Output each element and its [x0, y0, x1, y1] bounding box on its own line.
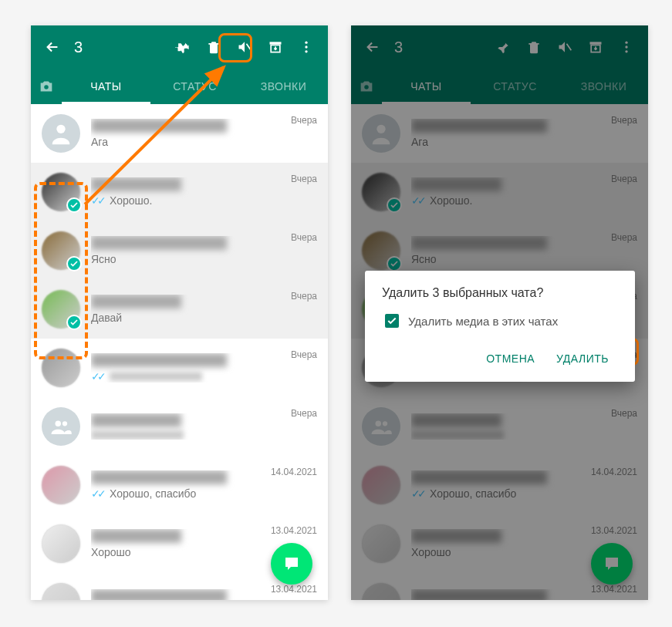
selection-header: 3 — [31, 25, 328, 69]
chat-avatar[interactable] — [42, 349, 80, 387]
svg-point-7 — [56, 421, 62, 427]
chat-content — [91, 413, 317, 440]
chat-avatar[interactable] — [42, 407, 80, 446]
chat-time: Вчера — [291, 291, 317, 302]
cancel-button[interactable]: ОТМЕНА — [477, 345, 544, 372]
chat-last-message: Ясно — [91, 253, 317, 265]
chat-list[interactable]: АгаВчера✓✓Хорошо.ВчераЯсноВчераДавайВчер… — [31, 104, 328, 600]
selected-check-icon — [66, 315, 82, 330]
chat-last-message: ✓✓Хорошо. — [91, 194, 317, 207]
chat-time: 13.04.2021 — [271, 584, 317, 595]
chat-last-message — [91, 430, 317, 440]
chat-name — [91, 295, 317, 308]
pin-icon[interactable] — [167, 32, 198, 62]
chat-content: Ага — [91, 119, 317, 148]
svg-point-3 — [305, 46, 307, 48]
tab-chats[interactable]: ЧАТЫ — [62, 69, 150, 104]
archive-icon[interactable] — [260, 32, 291, 62]
chat-name — [91, 119, 317, 133]
chat-name — [91, 177, 317, 191]
chat-name — [91, 236, 317, 250]
chat-name — [91, 413, 317, 427]
chat-row[interactable]: ДавайВчера — [31, 280, 328, 339]
read-ticks-icon: ✓✓ — [91, 194, 103, 207]
chat-last-message: Ага — [91, 136, 317, 148]
chat-time: Вчера — [291, 408, 317, 419]
chat-content: ✓✓ — [91, 353, 317, 383]
svg-point-4 — [305, 50, 307, 52]
delete-button[interactable]: УДАЛИТЬ — [547, 345, 618, 372]
chat-content: Давай — [91, 295, 317, 324]
delete-confirm-dialog: Удалить 3 выбранных чата? Удалить медиа … — [365, 271, 635, 382]
chat-content: Ясно — [91, 236, 317, 265]
delete-icon[interactable] — [198, 32, 229, 62]
phone-screenshot-right: 3 ЧАТЫ СТАТУС ЗВОНКИ АгаВчера✓✓Хорошо.Вч… — [351, 25, 648, 600]
read-ticks-icon: ✓✓ — [91, 370, 103, 383]
chat-row[interactable]: ЯсноВчера — [31, 221, 328, 280]
mute-icon[interactable] — [229, 32, 260, 62]
back-icon[interactable] — [37, 32, 68, 62]
svg-point-6 — [56, 125, 65, 133]
svg-point-2 — [305, 42, 307, 44]
selected-check-icon — [66, 197, 82, 213]
chat-time: 13.04.2021 — [271, 525, 317, 536]
camera-icon[interactable] — [31, 78, 62, 95]
delete-media-checkbox-row[interactable]: Удалить медиа в этих чатах — [382, 314, 618, 328]
chat-time: Вчера — [291, 232, 317, 243]
chat-row[interactable]: АгаВчера — [31, 104, 328, 163]
chat-time: Вчера — [291, 174, 317, 184]
chat-time: 14.04.2021 — [271, 467, 317, 477]
phone-screenshot-left: 3 ЧАТЫ СТАТУС ЗВОНКИ АгаВчера✓✓Хоро — [31, 25, 328, 600]
chat-time: Вчера — [291, 349, 317, 360]
chat-last-message: ✓✓ — [91, 370, 317, 383]
chat-avatar[interactable] — [42, 114, 80, 153]
read-ticks-icon: ✓✓ — [91, 487, 103, 500]
chat-content: ✓✓Хорошо. — [91, 177, 317, 207]
tab-calls[interactable]: ЗВОНКИ — [239, 69, 328, 104]
svg-point-5 — [44, 85, 49, 89]
tab-status[interactable]: СТАТУС — [150, 69, 239, 104]
checkbox-icon[interactable] — [385, 314, 399, 328]
chat-avatar[interactable] — [42, 583, 80, 600]
dialog-title: Удалить 3 выбранных чата? — [382, 286, 618, 300]
chat-row[interactable]: ✓✓Хорошо, спасибо14.04.2021 — [31, 456, 328, 514]
checkbox-label: Удалить медиа в этих чатах — [408, 315, 558, 328]
chat-row[interactable]: ✓✓Вчера — [31, 339, 328, 397]
chat-last-message: Давай — [91, 312, 317, 324]
svg-line-0 — [247, 44, 252, 50]
chat-last-message: ✓✓Хорошо, спасибо — [91, 487, 317, 500]
chat-avatar[interactable] — [42, 524, 80, 563]
svg-point-8 — [62, 421, 67, 426]
chat-avatar[interactable] — [42, 290, 80, 329]
selection-count: 3 — [74, 39, 167, 56]
chat-avatar[interactable] — [42, 466, 80, 504]
new-chat-fab[interactable] — [271, 543, 312, 585]
chat-row[interactable]: ✓✓Хорошо.Вчера — [31, 163, 328, 221]
chat-row[interactable]: Вчера — [31, 397, 328, 456]
more-icon[interactable] — [291, 32, 322, 62]
tab-bar: ЧАТЫ СТАТУС ЗВОНКИ — [31, 69, 328, 104]
selected-check-icon — [66, 256, 82, 271]
chat-avatar[interactable] — [42, 173, 80, 211]
chat-avatar[interactable] — [42, 231, 80, 270]
chat-name — [91, 353, 317, 367]
chat-time: Вчера — [291, 115, 317, 126]
svg-rect-1 — [270, 42, 282, 44]
